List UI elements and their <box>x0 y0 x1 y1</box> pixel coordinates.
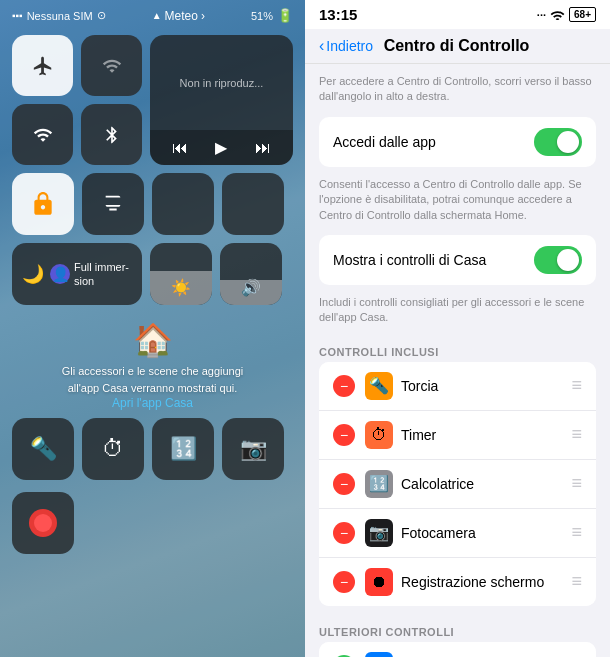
control-grid: Non in riproduz... ⏮ ▶ ⏭ <box>0 27 305 313</box>
battery-pct-label: 51% <box>251 10 273 22</box>
location-icon: ▲ <box>152 10 162 21</box>
torcia-remove-button[interactable]: − <box>333 375 355 397</box>
timer-row: − ⏱ Timer ≡ <box>319 411 596 460</box>
calcolatrice-remove-button[interactable]: − <box>333 473 355 495</box>
nav-bar: ‹ Indietro Centro di Controllo <box>305 29 610 64</box>
volume-icon: 🔊 <box>241 278 261 297</box>
flashlight-button[interactable]: 🔦 <box>12 418 74 480</box>
fotocamera-icon: 📷 <box>365 519 393 547</box>
chevron-left-icon: ‹ <box>319 37 324 55</box>
home-app-icon: 🏠 <box>12 321 293 359</box>
right-panel: 13:15 ··· 68+ ‹ Indietro Centro di Contr… <box>305 0 610 657</box>
calcolatrice-drag-handle[interactable]: ≡ <box>571 473 582 494</box>
full-immersion-label: Full immer- sion <box>74 260 129 289</box>
signal-dots-icon: ··· <box>537 9 546 21</box>
left-status-bar: ▪▪▪ Nessuna SIM ⊙ ▲ Meteo › 51% 🔋 <box>0 0 305 27</box>
open-home-app-link[interactable]: Apri l'app Casa <box>12 396 293 410</box>
battery-icon: 🔋 <box>277 8 293 23</box>
play-button[interactable]: ▶ <box>215 138 227 157</box>
right-status-icons: ··· 68+ <box>537 7 596 22</box>
controls-included-section: − 🔦 Torcia ≡ − ⏱ Timer ≡ − 🔢 Calcolatric… <box>319 362 596 606</box>
camera-button[interactable]: 📷 <box>222 418 284 480</box>
ulteriori-section: + ♿ Accessibilità + ⬜ Accesso Guidato + … <box>319 642 596 657</box>
screen-lock-button[interactable] <box>12 173 74 235</box>
dark-control-1[interactable] <box>152 173 214 235</box>
calculator-button[interactable]: 🔢 <box>152 418 214 480</box>
access-apps-description: Consenti l'accesso a Centro di Controllo… <box>305 173 610 229</box>
torcia-label: Torcia <box>401 378 571 394</box>
timer-icon: ⏱ <box>365 421 393 449</box>
back-label: Indietro <box>326 38 373 54</box>
torcia-drag-handle[interactable]: ≡ <box>571 375 582 396</box>
ulteriori-header: ULTERIORI CONTROLLI <box>305 612 610 642</box>
registrazione-icon: ⏺ <box>365 568 393 596</box>
fotocamera-label: Fotocamera <box>401 525 571 541</box>
dark-control-2[interactable] <box>222 173 284 235</box>
record-row <box>0 480 305 562</box>
volume-slider[interactable]: 🔊 <box>220 243 282 305</box>
moon-icon: 🌙 <box>22 263 44 285</box>
media-title: Non in riproduz... <box>180 77 264 89</box>
registrazione-remove-button[interactable]: − <box>333 571 355 593</box>
bluetooth-button[interactable] <box>81 104 142 165</box>
right-status-bar: 13:15 ··· 68+ <box>305 0 610 29</box>
toggle-knob <box>557 131 579 153</box>
weather-label: Meteo <box>165 9 198 23</box>
second-row <box>12 173 293 235</box>
screen-mirror-button[interactable] <box>82 173 144 235</box>
access-apps-row: Accedi dalle app <box>319 117 596 167</box>
brightness-slider[interactable]: ☀️ <box>150 243 212 305</box>
timer-bottom-button[interactable]: ⏱ <box>82 418 144 480</box>
registrazione-label: Registrazione schermo <box>401 574 571 590</box>
media-top: Non in riproduz... <box>150 35 293 130</box>
wifi-toggle-button[interactable] <box>12 104 73 165</box>
settings-content: Per accedere a Centro di Controllo, scor… <box>305 64 610 657</box>
wifi-status-icon <box>550 8 565 22</box>
registrazione-drag-handle[interactable]: ≡ <box>571 571 582 592</box>
person-icon: 👤 <box>50 264 70 284</box>
calcolatrice-row: − 🔢 Calcolatrice ≡ <box>319 460 596 509</box>
access-apps-label: Accedi dalle app <box>333 134 534 150</box>
bottom-row: 🔦 ⏱ 🔢 📷 <box>0 418 305 480</box>
casa-toggle-knob <box>557 249 579 271</box>
fotocamera-remove-button[interactable]: − <box>333 522 355 544</box>
access-section: Accedi dalle app <box>319 117 596 167</box>
calcolatrice-icon: 🔢 <box>365 470 393 498</box>
timer-remove-button[interactable]: − <box>333 424 355 446</box>
media-card[interactable]: Non in riproduz... ⏮ ▶ ⏭ <box>150 35 293 165</box>
cellular-button[interactable] <box>81 35 142 96</box>
calcolatrice-label: Calcolatrice <box>401 476 571 492</box>
casa-row: Mostra i controlli di Casa <box>319 235 596 285</box>
casa-description: Includi i controlli consigliati per gli … <box>305 291 610 332</box>
left-panel: ▪▪▪ Nessuna SIM ⊙ ▲ Meteo › 51% 🔋 <box>0 0 305 657</box>
screen-record-button[interactable] <box>12 492 74 554</box>
torcia-icon: 🔦 <box>365 372 393 400</box>
quad-group <box>12 35 142 165</box>
fotocamera-row: − 📷 Fotocamera ≡ <box>319 509 596 558</box>
casa-toggle[interactable] <box>534 246 582 274</box>
fast-forward-button[interactable]: ⏭ <box>255 139 271 157</box>
brightness-icon: ☀️ <box>171 278 191 297</box>
access-apps-toggle[interactable] <box>534 128 582 156</box>
media-controls: ⏮ ▶ ⏭ <box>150 130 293 165</box>
battery-status-icon: 68+ <box>569 7 596 22</box>
weather-chevron: › <box>201 9 205 23</box>
back-button[interactable]: ‹ Indietro <box>319 37 373 55</box>
right-time: 13:15 <box>319 6 357 23</box>
signal-bars-icon: ▪▪▪ <box>12 10 23 21</box>
timer-drag-handle[interactable]: ≡ <box>571 424 582 445</box>
registrazione-row: − ⏺ Registrazione schermo ≡ <box>319 558 596 606</box>
fotocamera-drag-handle[interactable]: ≡ <box>571 522 582 543</box>
rewind-button[interactable]: ⏮ <box>172 139 188 157</box>
page-title: Centro di Controllo <box>377 37 536 55</box>
wifi-icon: ⊙ <box>97 9 106 22</box>
casa-label: Mostra i controlli di Casa <box>333 252 534 268</box>
access-description: Per accedere a Centro di Controllo, scor… <box>305 64 610 111</box>
home-description: Gli accessori e le scene che aggiungi al… <box>12 363 293 396</box>
carrier-label: Nessuna SIM <box>27 10 93 22</box>
accessibilita-row: + ♿ Accessibilità <box>319 642 596 657</box>
full-immersion-button[interactable]: 🌙 👤 Full immer- sion <box>12 243 142 305</box>
casa-section: Mostra i controlli di Casa <box>319 235 596 285</box>
timer-label: Timer <box>401 427 571 443</box>
airplane-mode-button[interactable] <box>12 35 73 96</box>
